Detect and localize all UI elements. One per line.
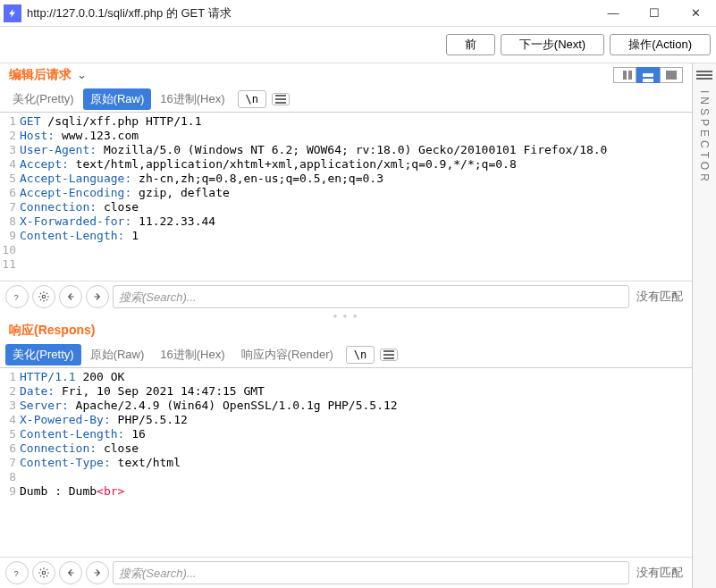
request-section-header: 编辑后请求 ⌄ xyxy=(0,63,692,87)
code-line: 9Dumb : Dumb<br> xyxy=(0,484,692,499)
tab-raw[interactable]: 原始(Raw) xyxy=(83,344,152,365)
tab-pretty[interactable]: 美化(Pretty) xyxy=(5,88,81,110)
code-line: 7Connection: close xyxy=(0,200,692,214)
prev-match-button[interactable] xyxy=(59,561,82,584)
next-match-button[interactable] xyxy=(86,561,109,584)
code-line: 8X-Forwarded-for: 11.22.33.44 xyxy=(0,214,692,229)
code-line: 7Content-Type: text/html xyxy=(0,456,692,470)
arrow-right-icon xyxy=(91,290,104,303)
gear-icon xyxy=(38,290,50,303)
response-no-match-label: 没有匹配 xyxy=(633,565,687,581)
newline-toggle[interactable]: \n xyxy=(346,346,375,364)
maximize-button[interactable]: ☐ xyxy=(634,0,675,27)
window-title: http://127.0.0.1/sqli/xff.php 的 GET 请求 xyxy=(27,5,593,21)
response-title: 响应(Respons) xyxy=(9,323,95,339)
request-tabs: 美化(Pretty) 原始(Raw) 16进制(Hex) \n xyxy=(0,87,692,113)
code-line: 5Accept-Language: zh-cn,zh;q=0.8,en-us;q… xyxy=(0,172,692,186)
code-line: 11 xyxy=(0,257,692,272)
help-button[interactable]: ? xyxy=(5,561,29,584)
sidebar-toggle-icon[interactable] xyxy=(696,69,712,81)
code-line: 2Host: www.123.com xyxy=(0,129,692,143)
settings-button[interactable] xyxy=(32,561,55,584)
code-line: 3Server: Apache/2.4.9 (Win64) OpenSSL/1.… xyxy=(0,399,692,413)
lightning-icon xyxy=(7,8,18,19)
help-button[interactable]: ? xyxy=(5,285,29,308)
response-viewer[interactable]: 1HTTP/1.1 200 OK2Date: Fri, 10 Sep 2021 … xyxy=(0,368,692,557)
svg-text:?: ? xyxy=(14,569,19,578)
hamburger-icon[interactable] xyxy=(380,349,398,361)
close-button[interactable]: ✕ xyxy=(675,0,716,27)
code-line: 6Accept-Encoding: gzip, deflate xyxy=(0,186,692,200)
code-line: 2Date: Fri, 10 Sep 2021 14:47:15 GMT xyxy=(0,384,692,399)
svg-point-1 xyxy=(42,295,46,298)
code-line: 1GET /sqli/xff.php HTTP/1.1 xyxy=(0,114,692,129)
tab-raw[interactable]: 原始(Raw) xyxy=(83,88,152,110)
view-split-horizontal-button[interactable] xyxy=(636,67,660,83)
response-tabs: 美化(Pretty) 原始(Raw) 16进制(Hex) 响应内容(Render… xyxy=(0,342,692,368)
next-button[interactable]: 下一步(Next) xyxy=(501,34,604,55)
prev-match-button[interactable] xyxy=(59,285,82,308)
code-line: 10 xyxy=(0,243,692,257)
view-columns-button[interactable] xyxy=(613,67,636,83)
inspector-label: INSPECTOR xyxy=(698,90,711,185)
response-section-header: 响应(Respons) xyxy=(0,319,692,342)
prev-button[interactable]: 前 xyxy=(446,34,495,55)
next-match-button[interactable] xyxy=(86,285,109,308)
code-line: 4X-Powered-By: PHP/5.5.12 xyxy=(0,413,692,427)
request-title: 编辑后请求 xyxy=(9,67,72,83)
newline-toggle[interactable]: \n xyxy=(238,90,266,108)
code-line: 6Connection: close xyxy=(0,441,692,456)
code-line: 1HTTP/1.1 200 OK xyxy=(0,370,692,384)
arrow-left-icon xyxy=(64,290,77,303)
svg-text:?: ? xyxy=(14,293,19,302)
hamburger-icon[interactable] xyxy=(272,93,290,105)
code-line: 4Accept: text/html,application/xhtml+xml… xyxy=(0,157,692,172)
split-handle[interactable]: ● ● ● xyxy=(0,312,692,319)
title-bar: http://127.0.0.1/sqli/xff.php 的 GET 请求 —… xyxy=(0,0,716,27)
arrow-left-icon xyxy=(64,567,77,579)
action-toolbar: 前 下一步(Next) 操作(Action) xyxy=(0,27,716,63)
request-search-input[interactable] xyxy=(113,285,629,308)
svg-point-3 xyxy=(42,571,46,575)
tab-hex[interactable]: 16进制(Hex) xyxy=(153,344,232,365)
gear-icon xyxy=(38,567,50,579)
code-line: 9Content-Length: 1 xyxy=(0,229,692,243)
code-line: 3User-Agent: Mozilla/5.0 (Windows NT 6.2… xyxy=(0,143,692,157)
arrow-right-icon xyxy=(91,567,104,579)
request-no-match-label: 没有匹配 xyxy=(633,289,687,305)
minimize-button[interactable]: — xyxy=(593,0,634,27)
response-search-input[interactable] xyxy=(113,561,629,584)
inspector-sidebar[interactable]: INSPECTOR xyxy=(693,63,716,588)
action-button[interactable]: 操作(Action) xyxy=(610,34,711,55)
tab-render[interactable]: 响应内容(Render) xyxy=(234,344,341,365)
chevron-down-icon[interactable]: ⌄ xyxy=(77,68,87,81)
code-line: 5Content-Length: 16 xyxy=(0,427,692,441)
tab-hex[interactable]: 16进制(Hex) xyxy=(153,88,232,110)
request-editor[interactable]: 1GET /sqli/xff.php HTTP/1.12Host: www.12… xyxy=(0,113,692,281)
tab-pretty[interactable]: 美化(Pretty) xyxy=(5,344,81,365)
app-icon xyxy=(4,4,21,22)
settings-button[interactable] xyxy=(32,285,55,308)
view-single-button[interactable] xyxy=(660,67,683,83)
code-line: 8 xyxy=(0,470,692,484)
